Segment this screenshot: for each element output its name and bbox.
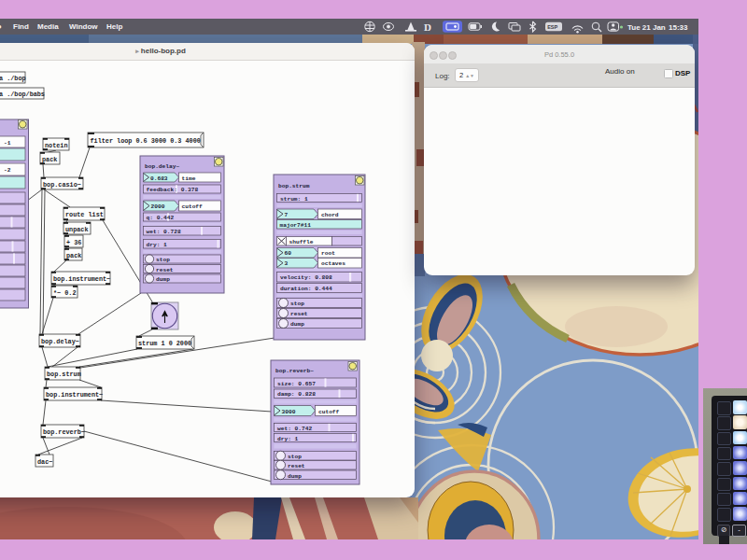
svg-text:notein: notein [45,142,67,149]
svg-text:pack: pack [66,252,81,259]
svg-text:60: 60 [285,250,292,257]
svg-text:15:33: 15:33 [669,23,688,32]
svg-text:7: 7 [285,212,289,218]
svg-text:ESP: ESP [547,24,557,30]
svg-text:filter loop 0.6 3000 0.3 4000: filter loop 0.6 3000 0.3 4000 [91,137,201,145]
svg-text:bop.instrument~: bop.instrument~ [46,391,103,399]
svg-text:bop.instrument~: bop.instrument~ [53,275,110,283]
svg-text:wet: 0.742: wet: 0.742 [277,426,312,432]
svg-text:dry: 1: dry: 1 [277,436,299,442]
svg-text:dry: 1: dry: 1 [147,242,168,248]
svg-text:3000: 3000 [282,409,296,415]
svg-text:2000: 2000 [151,203,165,210]
svg-text:stop: stop [288,454,302,460]
svg-text:-1: -1 [4,140,11,147]
svg-text:octaves: octaves [321,260,345,267]
svg-text:-2: -2 [4,167,11,174]
svg-text:bop.reverb~: bop.reverb~ [43,428,85,436]
svg-text:a ./bop/babs: a ./bop/babs [0,91,45,98]
svg-text:bop.delay~: bop.delay~ [41,338,79,345]
svg-text:bop.casio~: bop.casio~ [43,181,81,189]
svg-text:dump: dump [288,473,302,480]
svg-text:dump: dump [290,321,304,328]
svg-text:reset: reset [290,311,308,317]
svg-text:D: D [424,21,431,33]
svg-text:strum 1 0 2000: strum 1 0 2000 [138,340,191,347]
svg-text:Tue 21 Jan: Tue 21 Jan [627,23,666,32]
svg-text:major7#11: major7#11 [280,222,312,229]
svg-text:cutoff: cutoff [318,409,340,415]
svg-text:reset: reset [156,267,174,273]
svg-text:duration: 0.444: duration: 0.444 [280,286,332,292]
svg-text:velocity: 0.808: velocity: 0.808 [280,274,332,281]
svg-text:chord: chord [321,212,339,218]
svg-text:q: 0.442: q: 0.442 [147,215,175,221]
svg-text:stop: stop [290,301,304,307]
svg-text:stop: stop [156,257,170,263]
svg-text:dump: dump [156,276,170,283]
svg-text:3: 3 [285,260,289,267]
svg-text:unpack: unpack [65,226,88,233]
svg-text:bop.delay~: bop.delay~ [145,163,179,170]
svg-text:root: root [321,250,335,257]
svg-text:+ 36: + 36 [66,239,81,246]
svg-text:wet: 0.728: wet: 0.728 [147,229,181,235]
svg-text:strum: 1: strum: 1 [280,196,308,203]
svg-text:pack: pack [42,156,57,163]
svg-text:cutoff: cutoff [182,203,204,210]
svg-text:dac~: dac~ [37,458,52,466]
svg-text:time: time [182,175,196,182]
svg-text:a ./bop: a ./bop [0,75,26,82]
svg-text:0.683: 0.683 [150,175,168,182]
svg-text:bop.reverb~: bop.reverb~ [275,368,314,374]
svg-text:*~ 0.2: *~ 0.2 [53,289,76,297]
svg-text:size: 0.657: size: 0.657 [277,381,316,387]
svg-text:route list: route list [65,211,104,218]
svg-text:reset: reset [288,463,305,469]
svg-text:feedback: 0.378: feedback: 0.378 [147,187,199,193]
svg-text:bop.strum: bop.strum [278,183,310,189]
svg-text:shuffle: shuffle [289,239,314,245]
svg-text:bop.strum: bop.strum [47,371,81,378]
svg-text:damp: 0.828: damp: 0.828 [277,391,316,398]
